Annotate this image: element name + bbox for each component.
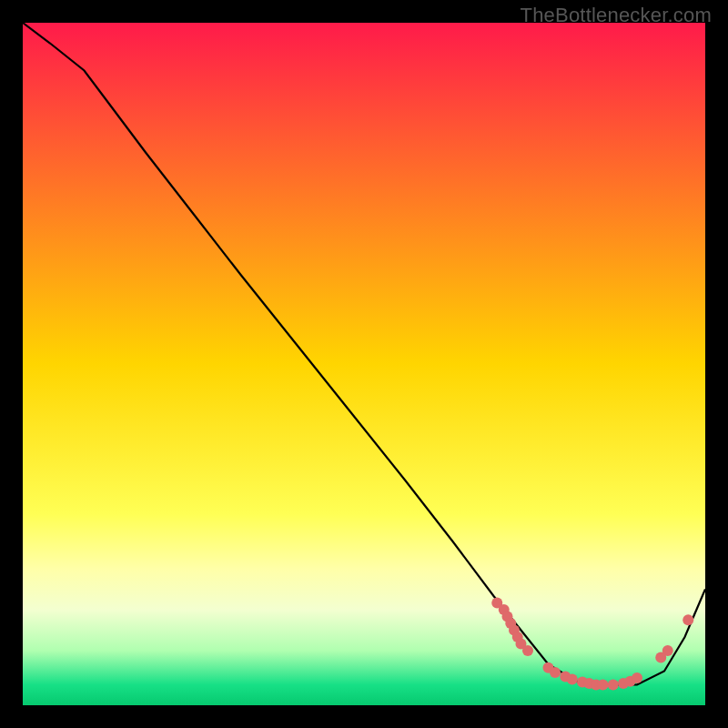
highlight-dot xyxy=(682,614,693,625)
highlight-dot xyxy=(608,680,619,691)
watermark-text: TheBottlenecker.com xyxy=(521,4,712,27)
chart-frame: TheBottlenecker.com xyxy=(0,0,728,728)
highlight-dot xyxy=(662,645,673,656)
highlight-dot xyxy=(632,672,642,683)
highlight-dot xyxy=(550,667,561,678)
highlight-dot xyxy=(598,680,609,691)
bottleneck-chart xyxy=(23,23,705,705)
highlight-dot xyxy=(567,674,578,685)
highlight-dot xyxy=(522,645,533,656)
